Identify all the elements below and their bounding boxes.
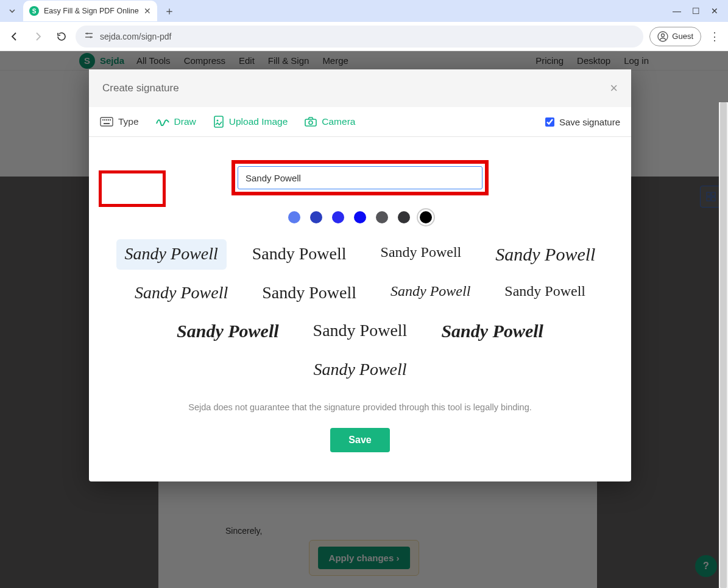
- signature-style-6[interactable]: Sandy Powell: [253, 278, 365, 307]
- signature-style-10[interactable]: Sandy Powell: [305, 316, 416, 346]
- new-tab-button[interactable]: ＋: [161, 2, 178, 19]
- signature-style-3[interactable]: Sandy Powell: [372, 239, 470, 270]
- signature-style-1[interactable]: Sandy Powell: [116, 239, 227, 270]
- browser-titlebar: S Easy Fill & Sign PDF Online ✕ ＋ ― ☐ ✕: [0, 0, 728, 22]
- maximize-icon[interactable]: ☐: [692, 6, 700, 16]
- forward-button[interactable]: [29, 28, 46, 45]
- tab-camera[interactable]: Camera: [305, 116, 355, 127]
- modal-title: Create signature: [102, 82, 179, 94]
- tab-search-dropdown[interactable]: [5, 4, 19, 18]
- save-signature-toggle[interactable]: Save signature: [545, 117, 620, 127]
- signature-style-8[interactable]: Sandy Powell: [496, 278, 594, 307]
- tab-close-icon[interactable]: ✕: [144, 6, 151, 16]
- squiggle-icon: [156, 117, 169, 126]
- input-highlight-box: [231, 160, 489, 195]
- svg-rect-10: [101, 117, 113, 126]
- signature-name-input[interactable]: [238, 166, 482, 189]
- keyboard-icon: [100, 117, 113, 127]
- minimize-icon[interactable]: ―: [673, 6, 681, 16]
- guest-label: Guest: [672, 32, 693, 41]
- address-bar[interactable]: sejda.com/sign-pdf: [76, 26, 643, 47]
- image-file-icon: [213, 116, 224, 128]
- modal-body: Sandy Powell Sandy Powell Sandy Powell S…: [89, 137, 631, 481]
- back-button[interactable]: [6, 28, 23, 45]
- signature-style-7[interactable]: Sandy Powell: [382, 278, 479, 307]
- signature-style-5[interactable]: Sandy Powell: [126, 278, 236, 307]
- color-swatches: [107, 211, 613, 223]
- browser-toolbar: sejda.com/sign-pdf Guest ⋮: [0, 22, 728, 51]
- svg-rect-16: [104, 123, 110, 124]
- svg-point-20: [309, 121, 313, 125]
- tab-title: Easy Fill & Sign PDF Online: [44, 7, 139, 15]
- modal-close-icon[interactable]: ×: [610, 80, 618, 96]
- signature-style-2[interactable]: Sandy Powell: [244, 239, 355, 270]
- svg-rect-15: [110, 119, 111, 121]
- close-window-icon[interactable]: ✕: [711, 6, 718, 16]
- tab-draw[interactable]: Draw: [156, 116, 196, 127]
- signature-style-12[interactable]: Sandy Powell: [305, 355, 415, 384]
- browser-menu-icon[interactable]: ⋮: [707, 30, 722, 43]
- svg-rect-14: [108, 119, 109, 121]
- tab-draw-label: Draw: [174, 116, 196, 127]
- svg-rect-3: [85, 37, 93, 38]
- profile-chip[interactable]: Guest: [649, 27, 701, 46]
- camera-icon: [305, 117, 317, 127]
- save-signature-label: Save signature: [559, 117, 620, 127]
- tab-type[interactable]: Type: [100, 116, 139, 127]
- svg-rect-19: [305, 119, 316, 126]
- signature-styles: Sandy Powell Sandy Powell Sandy Powell S…: [107, 239, 613, 384]
- scrollbar-track[interactable]: [719, 102, 728, 588]
- window-controls: ― ☐ ✕: [673, 6, 723, 16]
- modal-tabs: Type Draw Upload Image Camera: [89, 107, 631, 137]
- page-content: S Sejda All Tools Compress Edit Fill & S…: [0, 51, 728, 588]
- scrollbar-thumb[interactable]: [720, 102, 727, 588]
- color-swatch-4[interactable]: [354, 211, 366, 223]
- create-signature-modal: Create signature × Type Draw Upload I: [89, 69, 631, 481]
- tab-upload-label: Upload Image: [229, 116, 288, 127]
- color-swatch-7[interactable]: [420, 211, 432, 223]
- modal-header: Create signature ×: [89, 69, 631, 107]
- browser-tab[interactable]: S Easy Fill & Sign PDF Online ✕: [23, 1, 157, 21]
- guest-icon: [657, 31, 668, 42]
- svg-rect-11: [102, 119, 104, 121]
- disclaimer-text: Sejda does not guarantee that the signat…: [107, 402, 613, 412]
- signature-style-11[interactable]: Sandy Powell: [433, 316, 552, 346]
- svg-rect-12: [104, 119, 105, 121]
- tab-camera-label: Camera: [322, 116, 355, 127]
- color-swatch-2[interactable]: [310, 211, 322, 223]
- tab-upload[interactable]: Upload Image: [213, 116, 288, 128]
- color-swatch-6[interactable]: [398, 211, 410, 223]
- svg-rect-13: [106, 119, 107, 121]
- favicon-icon: S: [29, 6, 39, 16]
- save-signature-checkbox[interactable]: [545, 117, 554, 127]
- svg-point-5: [662, 33, 665, 37]
- color-swatch-1[interactable]: [288, 211, 300, 223]
- site-settings-icon[interactable]: [84, 31, 94, 41]
- color-swatch-3[interactable]: [332, 211, 344, 223]
- signature-style-4[interactable]: Sandy Powell: [487, 239, 604, 270]
- save-button[interactable]: Save: [330, 428, 389, 452]
- color-swatch-5[interactable]: [376, 211, 388, 223]
- reload-button[interactable]: [52, 28, 69, 45]
- signature-style-9[interactable]: Sandy Powell: [168, 316, 288, 346]
- url-text: sejda.com/sign-pdf: [100, 32, 172, 41]
- svg-rect-1: [85, 33, 93, 34]
- tab-type-label: Type: [118, 116, 139, 127]
- svg-point-18: [216, 120, 218, 122]
